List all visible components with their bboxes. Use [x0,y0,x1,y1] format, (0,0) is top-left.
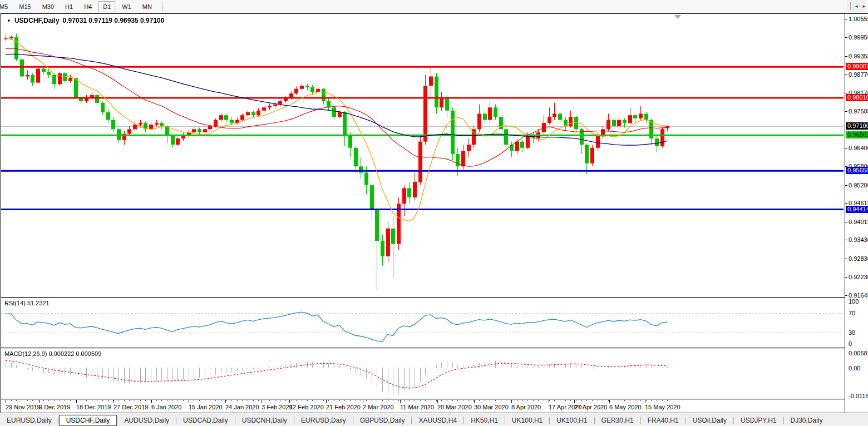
date-axis-label: 21 Feb 2020 [326,404,361,410]
date-axis-label: 20 Mar 2020 [437,404,472,410]
price-tick-mark [845,277,847,278]
chart-tab-uk100-h1[interactable]: UK100,H1 [505,415,549,426]
date-axis-label: 3 Feb 2020 [262,404,293,410]
chart-shift-marker-icon[interactable] [674,15,681,19]
symbol-dropdown-icon[interactable]: ▼ [7,18,11,23]
price-axis-label: 0.94015 [849,219,868,225]
pane-splitter[interactable] [1,348,868,348]
timeframe-button-m15[interactable]: M15 [14,1,35,12]
macd-main-value: 0.000222 [48,350,74,357]
date-axis-label: 30 Mar 2020 [474,404,509,410]
chart-title: ▼ USDCHF,Daily 0.97031 0.97119 0.96935 0… [7,17,164,24]
rsi-axis-label: 70 [849,310,855,316]
price-tick-mark [845,185,847,186]
price-tick-mark [845,75,847,75]
timeframe-button-d1[interactable]: D1 [98,1,115,12]
price-tick-mark [845,222,847,222]
price-tick-mark [845,37,847,38]
price-axis-label: 0.95200 [849,182,868,189]
date-axis-label: 27 Apr 2020 [574,404,607,410]
date-axis-label: 18 Dec 2019 [76,404,111,410]
rsi-axis-label: 0 [849,340,852,347]
price-chart-canvas[interactable] [1,14,844,296]
divider [850,2,851,10]
rsi-pane-canvas[interactable] [1,298,844,347]
chart-tab-gbpusd-daily[interactable]: GBPUSD,Daily [353,415,412,426]
date-axis-label: 29 Nov 2019 [6,404,40,410]
rsi-name: RSI(14) [4,300,26,306]
price-tick-mark [845,111,847,112]
date-axis-label: 24 Jan 2020 [225,404,259,410]
timeframe-button-h4[interactable]: H4 [80,1,96,12]
macd-pane-canvas[interactable] [1,349,844,399]
date-axis-label: 12 Feb 2020 [289,404,324,410]
date-axis-label: 8 Apr 2020 [511,404,541,410]
pane-splitter[interactable] [1,297,868,298]
chart-tab-usoil-daily[interactable]: USOil,Daily [686,415,733,426]
price-axis-label: 0.99955 [849,34,868,41]
chart-tab-bar: EURUSD,DailyUSDCHF,DailyAUDUSD,DailyUSDC… [0,414,868,426]
date-axis-label: 15 Jan 2020 [189,404,223,410]
macd-signal-value: 0.000509 [76,350,101,357]
chart-tab-usdcnh-daily[interactable]: USDCNH,Daily [235,415,294,426]
chart-tab-audusd-daily[interactable]: AUDUSD,Daily [117,415,176,426]
timeframe-button-mn[interactable]: MN [138,1,156,12]
price-axis[interactable]: 1.005550.999550.993550.987700.981700.975… [845,14,868,413]
chart-tab-dj30-daily[interactable]: DJ30,Daily [784,415,830,426]
tab-scroll-right-icon[interactable]: ► [862,4,866,9]
chart-tab-eurusd-daily[interactable]: EURUSD,Daily [294,415,353,426]
date-axis-label: 11 Mar 2020 [400,404,434,410]
chart-tab-usdchf-daily[interactable]: USDCHF,Daily [59,415,117,426]
date-axis-label: 2 Mar 2020 [363,404,394,410]
date-axis-label: 6 Jan 2020 [151,404,181,410]
price-tick-mark [845,19,847,19]
macd-axis-label: -0.01151 [849,393,868,399]
support-price-box: 0.94414 [846,206,868,213]
current-price-price-box: 0.97100 [846,122,868,130]
chart-tab-xauusd-h4[interactable]: XAUUSD,H4 [412,415,463,426]
support-price-box: 0.96803 [846,131,868,138]
price-axis-label: 0.92230 [849,274,868,280]
price-tick-mark [845,56,847,57]
price-axis-label: 0.96400 [849,145,868,151]
chart-tab-usdjpy-h1[interactable]: USDJPY,H1 [734,415,783,426]
price-axis-label: 0.92830 [849,255,868,262]
timeframe-button-m30[interactable]: M30 [38,1,58,12]
price-axis-label: 0.97585 [849,108,868,115]
price-tick-mark [845,259,847,259]
chart-bottom-border [1,413,868,413]
price-axis-label: 0.98770 [849,71,868,78]
date-axis-label: 9 Dec 2019 [39,404,70,410]
price-tick-mark [845,148,847,148]
timeframe-button-m5[interactable]: M5 [0,1,12,12]
support-price-box: 0.95658 [846,167,868,174]
tab-scrollers: ◄ ► [847,0,866,12]
resistance-price-box: 0.98010 [846,94,868,101]
resistance-price-box: 0.99007 [846,63,868,70]
chart-symbol-label: USDCHF,Daily [14,17,60,24]
date-axis-label: 15 May 2020 [645,404,680,410]
price-tick-mark [845,93,847,93]
rsi-axis-label: 30 [849,329,855,336]
date-axis-label: 6 May 2020 [609,404,641,410]
price-tick-mark [845,240,847,240]
tab-scroll-left-icon[interactable]: ◄ [854,4,859,9]
rsi-value: 51.2321 [27,300,50,306]
macd-axis-label: 0.005818 [849,350,868,356]
price-axis-label: 1.00555 [849,16,868,22]
chart-tab-hk50-h1[interactable]: HK50,H1 [464,415,505,426]
chart-tab-fra40-h1[interactable]: FRA40,H1 [641,415,685,426]
chart-tab-usdcad-daily[interactable]: USDCAD,Daily [176,415,235,426]
chart-tab-ger30-h1[interactable]: GER30,H1 [595,415,640,426]
chart-tab-eurusd-daily[interactable]: EURUSD,Daily [0,415,58,426]
timeframe-button-w1[interactable]: W1 [117,1,136,12]
chart-window: ▼ USDCHF,Daily 0.97031 0.97119 0.96935 0… [0,13,868,413]
timeframe-button-h1[interactable]: H1 [61,1,77,12]
price-tick-mark [845,203,847,204]
date-axis[interactable]: 29 Nov 20199 Dec 201918 Dec 201927 Dec 2… [1,403,845,413]
chart-ohlc-quotes: 0.97031 0.97119 0.96935 0.97100 [63,17,165,24]
chart-tab-uk100-h1[interactable]: UK100,H1 [550,415,594,426]
macd-indicator-label: MACD(12,26,9) 0.000222 0.000509 [4,350,101,357]
macd-axis-label: 0.00 [849,365,860,371]
macd-name: MACD(12,26,9) [4,350,47,357]
